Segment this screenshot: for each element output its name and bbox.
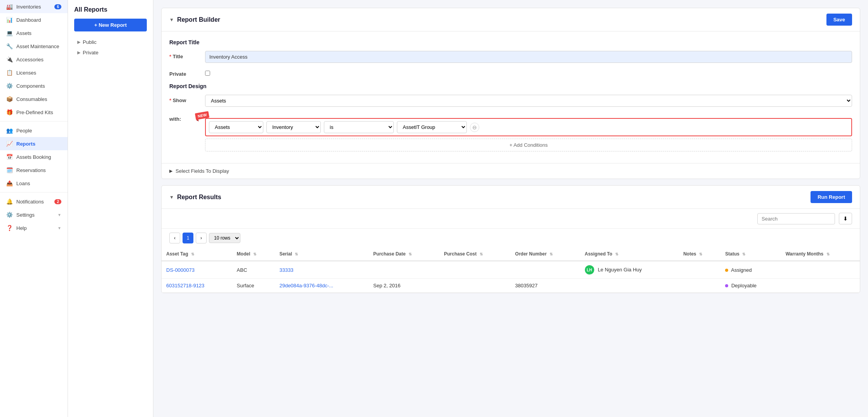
inventories-icon: 🏭 xyxy=(6,3,12,10)
cell-order-number: 38035927 xyxy=(510,279,580,293)
sidebar-item-help[interactable]: ❓ Help ▼ xyxy=(0,221,68,235)
main-area: All Reports + New Report ▶ Public ▶ Priv… xyxy=(68,0,868,417)
cell-purchase-date: Sep 2, 2016 xyxy=(369,279,439,293)
cell-notes xyxy=(678,261,720,279)
cell-warranty xyxy=(781,279,860,293)
sidebar-item-assets-booking[interactable]: 📅 Assets Booking xyxy=(0,150,68,163)
col-model: Model ⇅ xyxy=(232,247,275,261)
filter-condition-select[interactable]: Inventory xyxy=(266,121,321,133)
filter-field-select[interactable]: Assets xyxy=(209,121,263,133)
consumables-icon: 📦 xyxy=(6,96,12,102)
help-icon: ❓ xyxy=(6,225,12,231)
private-checkbox[interactable] xyxy=(205,71,210,76)
reports-icon: 📈 xyxy=(6,141,12,147)
sidebar-item-assets[interactable]: 💻 Assets xyxy=(0,26,68,40)
tree-item-public[interactable]: ▶ Public xyxy=(74,37,147,47)
sidebar-label: Consumables xyxy=(16,96,47,102)
download-button[interactable]: ⬇ xyxy=(839,213,852,224)
rows-per-page-select[interactable]: 10 rows 25 rows 50 rows xyxy=(209,233,240,243)
sidebar-label: Settings xyxy=(16,212,35,218)
remove-condition-button[interactable]: ⊖ xyxy=(470,123,479,132)
new-report-button[interactable]: + New Report xyxy=(74,19,147,31)
show-form-group: * Show Assets xyxy=(169,95,852,107)
report-title-heading: Report Title xyxy=(169,39,852,45)
sort-icon[interactable]: ⇅ xyxy=(742,252,745,256)
private-checkbox-wrapper xyxy=(205,68,210,76)
sort-icon[interactable]: ⇅ xyxy=(191,252,194,256)
sidebar-label: Reservations xyxy=(16,167,46,173)
reports-panel: All Reports + New Report ▶ Public ▶ Priv… xyxy=(68,0,153,417)
cell-status: Assigned xyxy=(720,261,781,279)
sidebar-item-dashboard[interactable]: 📊 Dashboard xyxy=(0,13,68,26)
asset-tag-link[interactable]: 603152718-9123 xyxy=(166,283,204,288)
results-header: ▼ Report Results Run Report xyxy=(162,186,860,209)
cell-serial: 29de084a-9376-48dc-... xyxy=(275,279,369,293)
filter-value-select[interactable]: AssetIT Group xyxy=(397,121,467,133)
title-label: * Title xyxy=(169,51,200,59)
sort-icon[interactable]: ⇅ xyxy=(295,252,298,256)
sidebar: 🏭 Inventories 6 📊 Dashboard 💻 Assets 🔧 A… xyxy=(0,0,68,417)
sort-icon[interactable]: ⇅ xyxy=(480,252,483,256)
show-select[interactable]: Assets xyxy=(205,95,852,107)
sidebar-item-inventories[interactable]: 🏭 Inventories 6 xyxy=(0,0,68,13)
col-purchase-date: Purchase Date ⇅ xyxy=(369,247,439,261)
serial-link[interactable]: 33333 xyxy=(279,267,293,273)
results-title: ▼ Report Results xyxy=(169,194,221,201)
select-fields-arrow-icon: ▶ xyxy=(169,169,172,174)
sort-icon[interactable]: ⇅ xyxy=(615,252,618,256)
tree-label: Private xyxy=(83,50,98,56)
report-design-heading: Report Design xyxy=(169,83,852,89)
sort-icon[interactable]: ⇅ xyxy=(253,252,256,256)
sidebar-item-predefined-kits[interactable]: 🎁 Pre-Defined Kits xyxy=(0,106,68,119)
sort-icon[interactable]: ⇅ xyxy=(550,252,553,256)
next-page-button[interactable]: › xyxy=(196,233,207,243)
notifications-badge: 2 xyxy=(54,199,61,204)
save-button[interactable]: Save xyxy=(826,14,852,26)
page-1-button[interactable]: 1 xyxy=(183,233,193,243)
sort-icon[interactable]: ⇅ xyxy=(409,252,412,256)
title-input[interactable] xyxy=(205,51,852,63)
col-status: Status ⇅ xyxy=(720,247,781,261)
col-purchase-cost: Purchase Cost ⇅ xyxy=(439,247,510,261)
pagination-bar: ‹ 1 › 10 rows 25 rows 50 rows xyxy=(162,229,860,247)
cell-assigned-to: LH Le Nguyen Gia Huy xyxy=(580,261,679,279)
sidebar-label: Assets Booking xyxy=(16,154,51,160)
sort-icon[interactable]: ⇅ xyxy=(826,252,830,256)
select-fields-row[interactable]: ▶ Select Fields To Display xyxy=(162,163,860,179)
cell-purchase-cost xyxy=(439,279,510,293)
sort-icon[interactable]: ⇅ xyxy=(699,252,702,256)
sidebar-item-licenses[interactable]: 📋 Licenses xyxy=(0,66,68,79)
cell-assigned-to xyxy=(580,279,679,293)
sidebar-item-reports[interactable]: 📈 Reports xyxy=(0,137,68,150)
report-builder-card: ▼ Report Builder Save Report Title * Tit… xyxy=(161,8,860,179)
sidebar-item-notifications[interactable]: 🔔 Notifications 2 xyxy=(0,195,68,208)
show-label: * Show xyxy=(169,95,200,103)
sidebar-item-reservations[interactable]: 🗓️ Reservations xyxy=(0,163,68,177)
sidebar-item-accessories[interactable]: 🔌 Accessories xyxy=(0,53,68,66)
sidebar-item-consumables[interactable]: 📦 Consumables xyxy=(0,92,68,106)
cell-status: Deployable xyxy=(720,279,781,293)
run-report-button[interactable]: Run Report xyxy=(811,191,852,203)
sidebar-item-people[interactable]: 👥 People xyxy=(0,124,68,137)
maintenance-icon: 🔧 xyxy=(6,43,12,49)
search-input[interactable] xyxy=(757,213,835,224)
filter-operator-select[interactable]: is xyxy=(324,121,394,133)
sidebar-item-components[interactable]: ⚙️ Components xyxy=(0,79,68,92)
asset-tag-link[interactable]: DS-0000073 xyxy=(166,267,195,273)
people-icon: 👥 xyxy=(6,127,12,134)
sidebar-label: Components xyxy=(16,83,45,89)
status-dot xyxy=(725,269,728,272)
content-area: ▼ Report Builder Save Report Title * Tit… xyxy=(153,0,868,417)
sidebar-item-asset-maintenance[interactable]: 🔧 Asset Maintenance xyxy=(0,40,68,53)
add-conditions-button[interactable]: + Add Conditions xyxy=(205,139,852,151)
help-arrow-icon: ▼ xyxy=(57,226,61,230)
col-assigned-to: Assigned To ⇅ xyxy=(580,247,679,261)
sidebar-item-loans[interactable]: 📤 Loans xyxy=(0,177,68,190)
sidebar-label: People xyxy=(16,128,32,134)
sidebar-item-settings[interactable]: ⚙️ Settings ▼ xyxy=(0,208,68,221)
serial-link[interactable]: 29de084a-9376-48dc-... xyxy=(279,283,333,288)
table-row: 603152718-9123 Surface 29de084a-9376-48d… xyxy=(162,279,860,293)
prev-page-button[interactable]: ‹ xyxy=(169,233,180,243)
notifications-icon: 🔔 xyxy=(6,198,12,205)
tree-item-private[interactable]: ▶ Private xyxy=(74,47,147,58)
